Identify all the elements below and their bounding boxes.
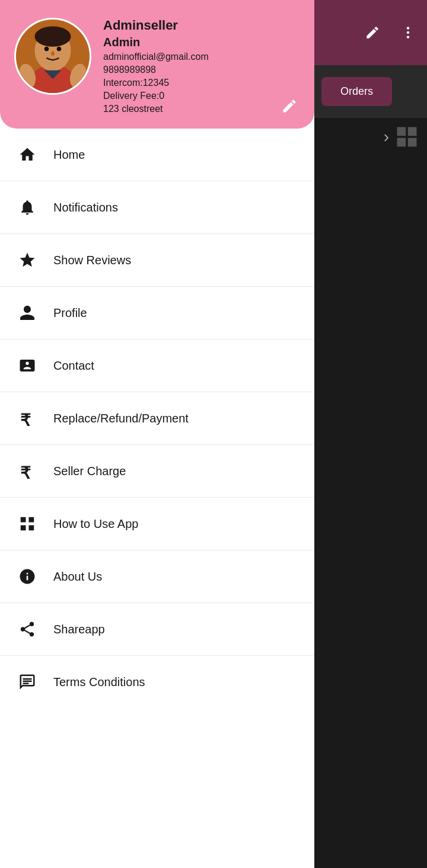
menu-label-show-reviews: Show Reviews <box>53 254 131 267</box>
chevron-right-icon: › <box>384 127 389 146</box>
person-icon <box>14 300 40 326</box>
menu-item-shareapp[interactable]: Shareapp <box>0 603 314 656</box>
home-icon <box>14 142 40 168</box>
menu-item-terms[interactable]: Terms Conditions <box>0 656 314 708</box>
info-circle-icon <box>14 563 40 590</box>
menu-item-notifications[interactable]: Notifications <box>0 181 314 234</box>
layout-grid-icon <box>394 124 420 150</box>
app-background: Orders › <box>314 0 427 868</box>
grid-icon <box>14 511 40 537</box>
menu-label-replace-refund: Replace/Refund/Payment <box>53 412 189 425</box>
menu-label-home: Home <box>53 148 85 162</box>
orders-button[interactable]: Orders <box>321 77 392 106</box>
svg-point-11 <box>407 27 409 29</box>
app-toolbar <box>314 0 427 65</box>
avatar <box>14 18 91 95</box>
menu-label-seller-charge: Seller Charge <box>53 465 126 478</box>
menu-item-show-reviews[interactable]: Show Reviews <box>0 234 314 287</box>
menu-label-terms: Terms Conditions <box>53 675 145 689</box>
svg-text:₹: ₹ <box>20 411 31 428</box>
svg-point-6 <box>44 47 49 52</box>
star-icon <box>14 247 40 273</box>
drawer-panel: Adminseller Admin adminofficial@gmail.co… <box>0 0 314 868</box>
rupee-icon-2: ₹ <box>14 458 40 484</box>
menu-item-seller-charge[interactable]: ₹ Seller Charge <box>0 445 314 498</box>
profile-delivery-fee: Delivery Fee:0 <box>103 91 300 101</box>
contact-card-icon <box>14 353 40 379</box>
menu-item-profile[interactable]: Profile <box>0 287 314 339</box>
menu-label-notifications: Notifications <box>53 201 118 214</box>
menu-list: Home Notifications Show Reviews <box>0 129 314 868</box>
svg-text:₹: ₹ <box>20 464 31 481</box>
edit-profile-button[interactable] <box>279 95 300 117</box>
menu-item-how-to-use[interactable]: How to Use App <box>0 498 314 550</box>
profile-info: Adminseller Admin adminofficial@gmail.co… <box>103 18 300 114</box>
menu-item-contact[interactable]: Contact <box>0 339 314 392</box>
menu-label-how-to-use: How to Use App <box>53 517 138 531</box>
menu-label-contact: Contact <box>53 359 94 373</box>
grid-icon-area: › <box>314 118 427 156</box>
svg-point-7 <box>57 47 62 52</box>
pencil-toolbar-icon[interactable] <box>361 21 384 44</box>
svg-point-5 <box>34 26 71 46</box>
svg-point-8 <box>51 51 55 56</box>
profile-phone: 9898989898 <box>103 65 300 75</box>
menu-item-home[interactable]: Home <box>0 129 314 181</box>
comment-icon <box>14 669 40 695</box>
profile-role: Admin <box>103 36 300 49</box>
bell-icon <box>14 194 40 220</box>
profile-intercom: Intercom:12345 <box>103 78 300 88</box>
svg-point-13 <box>407 36 409 38</box>
profile-header: Adminseller Admin adminofficial@gmail.co… <box>0 0 314 129</box>
profile-email: adminofficial@gmail.com <box>103 52 300 62</box>
profile-name: Adminseller <box>103 18 300 33</box>
menu-label-shareapp: Shareapp <box>53 623 105 636</box>
menu-item-replace-refund[interactable]: ₹ Replace/Refund/Payment <box>0 392 314 445</box>
share-icon <box>14 616 40 642</box>
more-vertical-icon[interactable] <box>396 21 420 44</box>
menu-label-profile: Profile <box>53 306 87 320</box>
rupee-icon-1: ₹ <box>14 405 40 431</box>
profile-address: 123 cleostreet <box>103 104 300 114</box>
menu-label-about-us: About Us <box>53 570 102 584</box>
orders-section: Orders <box>314 65 427 118</box>
menu-item-about-us[interactable]: About Us <box>0 550 314 603</box>
svg-point-12 <box>407 31 409 34</box>
